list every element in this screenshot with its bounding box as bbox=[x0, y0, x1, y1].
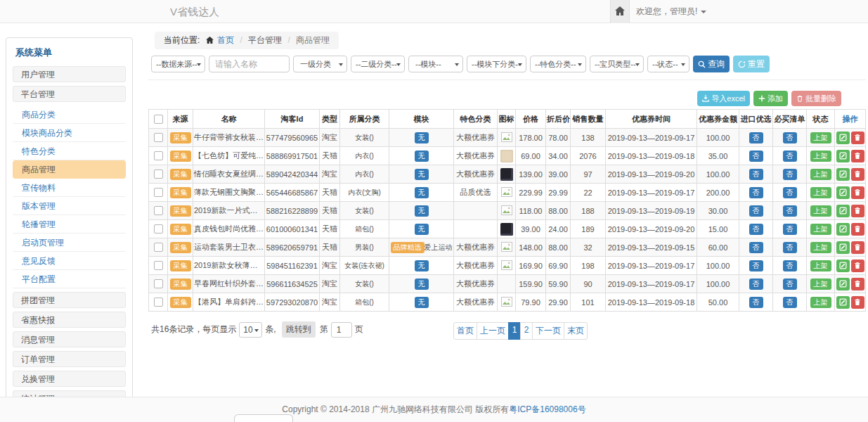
page-button-1[interactable]: 1 bbox=[508, 322, 521, 340]
module-none-badge[interactable]: 无 bbox=[415, 224, 429, 235]
import-select-badge[interactable]: 否 bbox=[749, 132, 763, 143]
name-input[interactable] bbox=[209, 56, 290, 72]
module-none-badge[interactable]: 无 bbox=[415, 132, 429, 143]
sidebar-group[interactable]: 订单管理 bbox=[13, 351, 126, 367]
must-buy-badge[interactable]: 否 bbox=[783, 224, 797, 235]
row-checkbox[interactable] bbox=[154, 279, 163, 288]
delete-button[interactable] bbox=[851, 241, 864, 254]
must-buy-badge[interactable]: 否 bbox=[783, 279, 797, 290]
user-menu[interactable]: 欢迎您，管理员! bbox=[636, 0, 706, 23]
row-checkbox[interactable] bbox=[154, 188, 163, 197]
module-none-badge[interactable]: 无 bbox=[415, 205, 429, 217]
row-checkbox[interactable] bbox=[154, 224, 163, 234]
edit-button[interactable] bbox=[836, 168, 850, 181]
sidebar-item[interactable]: 商品分类 bbox=[13, 106, 126, 124]
edit-button[interactable] bbox=[836, 241, 850, 254]
page-button-下一页[interactable]: 下一页 bbox=[532, 322, 564, 340]
reset-button[interactable]: 重置 bbox=[733, 56, 770, 72]
import-select-badge[interactable]: 否 bbox=[749, 169, 763, 180]
delete-button[interactable] bbox=[851, 132, 864, 144]
must-buy-badge[interactable]: 否 bbox=[783, 242, 797, 253]
sidebar-item[interactable]: 轮播管理 bbox=[13, 215, 126, 234]
breadcrumb-home-link[interactable]: 首页 bbox=[217, 35, 234, 45]
status-badge[interactable]: 上架 bbox=[810, 187, 831, 198]
import-select-badge[interactable]: 否 bbox=[749, 297, 763, 308]
status-select[interactable]: --状态-- bbox=[647, 56, 689, 72]
module-sub-select[interactable]: --模块下分类-- bbox=[467, 56, 526, 72]
edit-button[interactable] bbox=[836, 150, 850, 162]
status-badge[interactable]: 上架 bbox=[810, 169, 831, 180]
import-select-badge[interactable]: 否 bbox=[749, 224, 763, 235]
module-none-badge[interactable]: 无 bbox=[415, 169, 429, 180]
status-badge[interactable]: 上架 bbox=[810, 132, 831, 143]
module-none-badge[interactable]: 无 bbox=[415, 260, 429, 271]
delete-button[interactable] bbox=[851, 168, 864, 181]
edit-button[interactable] bbox=[836, 260, 850, 272]
edit-button[interactable] bbox=[836, 278, 850, 290]
page-button-末页[interactable]: 末页 bbox=[564, 322, 588, 340]
must-buy-badge[interactable]: 否 bbox=[783, 169, 797, 180]
status-badge[interactable]: 上架 bbox=[810, 205, 831, 217]
import-select-badge[interactable]: 否 bbox=[749, 187, 763, 198]
delete-button[interactable] bbox=[851, 296, 864, 309]
must-buy-badge[interactable]: 否 bbox=[783, 151, 797, 162]
edit-button[interactable] bbox=[836, 186, 850, 199]
level1-category-select[interactable]: 一级分类 bbox=[293, 56, 347, 72]
item-type-select[interactable]: --宝贝类型-- bbox=[590, 56, 644, 72]
import-select-badge[interactable]: 否 bbox=[749, 151, 763, 162]
add-button[interactable]: 添加 bbox=[753, 91, 788, 106]
row-checkbox[interactable] bbox=[154, 243, 163, 252]
page-button-2[interactable]: 2 bbox=[520, 322, 533, 340]
module-none-badge[interactable]: 无 bbox=[415, 151, 429, 162]
edit-button[interactable] bbox=[836, 132, 850, 144]
sidebar-item[interactable]: 商品管理 bbox=[13, 160, 126, 179]
must-buy-badge[interactable]: 否 bbox=[783, 187, 797, 198]
edit-button[interactable] bbox=[836, 296, 850, 309]
module-none-badge[interactable]: 无 bbox=[415, 279, 429, 290]
per-page-select[interactable]: 10 bbox=[239, 322, 262, 338]
edit-button[interactable] bbox=[836, 205, 850, 217]
module-none-badge[interactable]: 无 bbox=[415, 297, 429, 308]
row-checkbox[interactable] bbox=[154, 133, 163, 142]
feature-category-select[interactable]: --特色分类-- bbox=[530, 56, 586, 72]
sidebar-item[interactable]: 启动页管理 bbox=[13, 234, 126, 252]
sidebar-item[interactable]: 版本管理 bbox=[13, 197, 126, 215]
row-checkbox[interactable] bbox=[154, 170, 163, 179]
delete-button[interactable] bbox=[851, 278, 864, 290]
import-excel-button[interactable]: 导入excel bbox=[697, 91, 750, 106]
sidebar-item[interactable]: 模块商品分类 bbox=[13, 124, 126, 142]
sidebar-group[interactable]: 平台管理 bbox=[13, 86, 126, 102]
sidebar-group[interactable]: 拼团管理 bbox=[13, 292, 126, 308]
must-buy-badge[interactable]: 否 bbox=[783, 297, 797, 308]
row-checkbox[interactable] bbox=[154, 261, 163, 270]
level2-category-select[interactable]: --二级分类-- bbox=[351, 56, 405, 72]
page-button-首页[interactable]: 首页 bbox=[453, 322, 477, 340]
import-select-badge[interactable]: 否 bbox=[749, 260, 763, 271]
module-badge[interactable]: 品牌精选 bbox=[391, 242, 425, 253]
sidebar-item[interactable]: 宣传物料 bbox=[13, 179, 126, 197]
status-badge[interactable]: 上架 bbox=[810, 242, 831, 253]
data-source-select[interactable]: --数据来源-- bbox=[151, 56, 205, 72]
jump-button[interactable]: 跳转到 bbox=[282, 321, 316, 338]
delete-button[interactable] bbox=[851, 150, 864, 162]
sidebar-item[interactable]: 特色分类 bbox=[13, 142, 126, 160]
icp-link[interactable]: 粤ICP备16098006号 bbox=[509, 404, 585, 414]
row-checkbox[interactable] bbox=[154, 206, 163, 215]
row-checkbox[interactable] bbox=[154, 298, 163, 307]
page-button-上一页[interactable]: 上一页 bbox=[477, 322, 509, 340]
module-select[interactable]: --模块-- bbox=[408, 56, 463, 72]
delete-button[interactable] bbox=[851, 205, 864, 217]
sidebar-group[interactable]: 省惠快报 bbox=[13, 312, 126, 328]
module-none-badge[interactable]: 无 bbox=[415, 187, 429, 198]
import-select-badge[interactable]: 否 bbox=[749, 242, 763, 253]
status-badge[interactable]: 上架 bbox=[810, 151, 831, 162]
status-badge[interactable]: 上架 bbox=[810, 224, 831, 235]
sidebar-item[interactable]: 意见反馈 bbox=[13, 252, 126, 270]
page-number-input[interactable]: 1 bbox=[331, 322, 352, 338]
import-select-badge[interactable]: 否 bbox=[749, 205, 763, 217]
delete-button[interactable] bbox=[851, 186, 864, 199]
search-button[interactable]: 查询 bbox=[693, 56, 730, 72]
status-badge[interactable]: 上架 bbox=[810, 279, 831, 290]
delete-button[interactable] bbox=[851, 223, 864, 236]
delete-button[interactable] bbox=[851, 260, 864, 272]
